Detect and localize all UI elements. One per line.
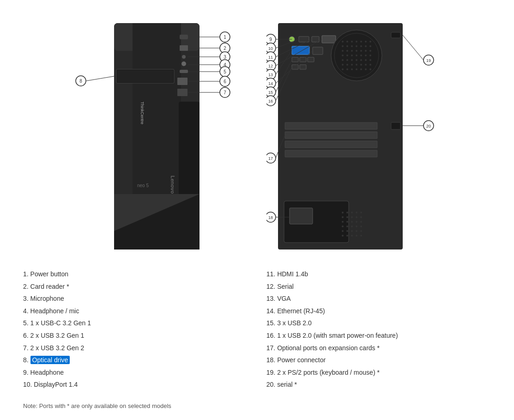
list-item: 11. HDMI 1.4b <box>266 268 491 280</box>
front-svg: Lenovo ThinkCentre <box>54 9 248 259</box>
svg-point-130 <box>356 225 357 227</box>
svg-point-104 <box>369 64 371 66</box>
item-18-text: Power connector <box>277 356 326 364</box>
svg-text:7: 7 <box>224 90 226 95</box>
item-5-text: 1 x USB-C 3.2 Gen 1 <box>30 319 91 327</box>
svg-rect-176 <box>391 122 400 129</box>
svg-point-72 <box>351 45 353 47</box>
item-8-highlight: Optical drive <box>30 356 70 364</box>
svg-point-105 <box>342 68 344 70</box>
item-10-text: DisplayPort 1.4 <box>34 381 78 388</box>
svg-rect-11 <box>177 78 187 85</box>
svg-point-128 <box>346 225 348 227</box>
svg-rect-54 <box>285 122 377 129</box>
svg-point-76 <box>369 45 371 47</box>
list-item: 20. serial * <box>266 378 491 391</box>
list-item: 9. Headphone <box>23 366 248 379</box>
svg-point-122 <box>342 221 344 223</box>
svg-point-137 <box>342 235 344 237</box>
svg-point-94 <box>356 59 357 61</box>
svg-point-114 <box>351 212 353 213</box>
svg-point-120 <box>356 216 357 218</box>
svg-point-88 <box>360 55 362 56</box>
item-13-text: VGA <box>277 295 291 302</box>
diagrams-container: Lenovo ThinkCentre <box>14 9 500 259</box>
svg-point-79 <box>351 50 353 52</box>
item-17-text: Optional ports on expansion cards * <box>277 344 380 352</box>
item-6-text: 2 x USB 3.2 Gen 1 <box>30 332 85 339</box>
svg-rect-10 <box>180 70 188 73</box>
svg-point-68 <box>365 41 367 43</box>
svg-rect-12 <box>177 89 187 96</box>
item-12-text: Serial <box>277 283 294 290</box>
svg-point-129 <box>351 225 353 227</box>
svg-point-124 <box>351 221 353 223</box>
svg-point-112 <box>342 212 344 213</box>
item-4-text: Headphone / mic <box>30 307 79 315</box>
svg-point-119 <box>351 216 353 218</box>
svg-line-39 <box>86 76 114 81</box>
svg-point-87 <box>356 55 357 56</box>
back-diagram: 9 10 11 12 13 14 <box>266 9 460 259</box>
list-item: 8. Optical drive <box>23 354 248 366</box>
svg-point-89 <box>365 55 367 56</box>
svg-text:12: 12 <box>268 64 272 68</box>
svg-rect-53 <box>300 65 306 69</box>
svg-point-123 <box>346 221 348 223</box>
svg-point-133 <box>346 230 348 232</box>
item-3-text: Microphone <box>30 295 64 302</box>
svg-text:15: 15 <box>268 90 272 95</box>
svg-point-121 <box>360 216 362 218</box>
item-20-text: serial * <box>277 381 297 388</box>
item-11-text: HDMI 1.4b <box>277 270 308 278</box>
svg-point-132 <box>342 230 344 232</box>
svg-point-92 <box>346 59 348 61</box>
svg-point-95 <box>360 59 362 61</box>
svg-text:16: 16 <box>268 99 272 103</box>
svg-point-70 <box>342 45 344 47</box>
item-16-text: 1 x USB 2.0 (with smart power-on feature… <box>277 332 398 339</box>
svg-point-8 <box>182 55 186 59</box>
list-item: 3. Microphone <box>23 292 248 305</box>
list-item: 15. 3 x USB 2.0 <box>266 317 491 329</box>
svg-point-66 <box>356 41 357 43</box>
svg-text:neo 5: neo 5 <box>137 183 149 188</box>
list-item: 18. Power connector <box>266 354 491 366</box>
svg-rect-59 <box>290 208 313 224</box>
list-item: 10. DisplayPort 1.4 <box>23 378 248 391</box>
list-item: 14. Ethernet (RJ-45) <box>266 305 491 317</box>
svg-point-102 <box>360 64 362 66</box>
svg-point-115 <box>356 212 357 213</box>
svg-rect-6 <box>180 35 188 39</box>
svg-point-118 <box>346 216 348 218</box>
svg-point-141 <box>360 235 362 237</box>
svg-point-77 <box>342 50 344 52</box>
svg-point-99 <box>346 64 348 66</box>
svg-point-96 <box>365 59 367 61</box>
svg-text:14: 14 <box>268 81 272 86</box>
svg-point-63 <box>342 41 344 43</box>
list-item: 13. VGA <box>266 292 491 305</box>
svg-point-93 <box>351 59 353 61</box>
svg-point-100 <box>351 64 353 66</box>
svg-text:6: 6 <box>224 79 226 84</box>
svg-point-69 <box>369 41 371 43</box>
svg-point-138 <box>346 235 348 237</box>
svg-rect-49 <box>292 57 298 62</box>
svg-point-117 <box>342 216 344 218</box>
svg-point-71 <box>346 45 348 47</box>
list-item: 12. Serial <box>266 280 491 293</box>
svg-rect-55 <box>285 132 377 139</box>
front-diagram: Lenovo ThinkCentre <box>54 9 248 259</box>
item-1-text: Power button <box>30 270 69 278</box>
back-svg: 9 10 11 12 13 14 <box>266 9 460 259</box>
svg-point-98 <box>342 64 344 66</box>
svg-text:18: 18 <box>268 215 272 220</box>
svg-point-125 <box>356 221 357 223</box>
svg-rect-57 <box>285 150 377 157</box>
list-item: 7. 2 x USB 3.2 Gen 2 <box>23 342 248 354</box>
svg-point-101 <box>356 64 357 66</box>
item-14-text: Ethernet (RJ-45) <box>277 307 325 315</box>
svg-point-107 <box>351 68 353 70</box>
svg-point-135 <box>356 230 357 232</box>
